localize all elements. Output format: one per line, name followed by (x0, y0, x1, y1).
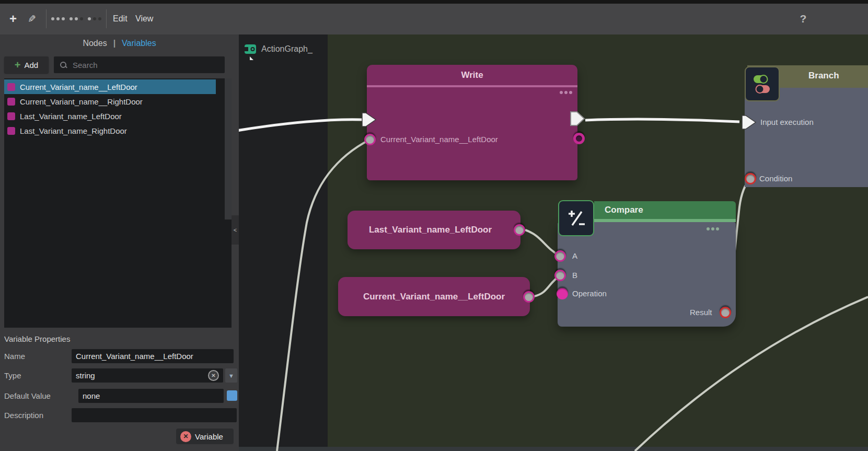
branch-condition-label: Condition (759, 173, 792, 184)
variable-chip[interactable]: ✕ Variable (176, 429, 234, 444)
branch-node-title: Branch (808, 71, 839, 81)
search-box (54, 56, 225, 73)
default-value-color-button[interactable] (227, 390, 237, 401)
compare-node-title: Compare (605, 205, 643, 215)
compare-a-port[interactable] (554, 250, 566, 262)
pill-label: Last_Variant_name_LeftDoor (369, 225, 492, 235)
toolbar: + ✎ Edit View ? (0, 0, 868, 34)
default-value-input[interactable] (78, 389, 224, 403)
exec-in-port[interactable] (361, 111, 377, 128)
pill-label: Current_Variant_name__LeftDoor (363, 292, 505, 302)
default-value-label: Default Value (4, 391, 51, 400)
type-clear-button[interactable]: ✕ (208, 370, 219, 381)
toolbar-separator (46, 9, 47, 28)
variable-row[interactable]: Last_Variant_name_LeftDoor (4, 109, 232, 123)
compare-result-label: Result (690, 307, 712, 318)
tab-variables[interactable]: Variables (122, 39, 156, 48)
wire-exec-into-write (239, 120, 363, 132)
description-input[interactable] (72, 408, 237, 422)
name-input[interactable] (72, 349, 234, 363)
variable-pill-current[interactable]: Current_Variant_name__LeftDoor (338, 277, 530, 316)
branch-input-exec-label: Input execution (760, 117, 814, 128)
pill-output-port[interactable] (523, 291, 535, 303)
variable-name: Current_Variant_name__RightDoor (20, 97, 143, 106)
branch-condition-port[interactable] (745, 173, 756, 184)
variable-name: Current_Variant_name__LeftDoor (20, 83, 137, 91)
close-icon: ✕ (211, 373, 215, 378)
remove-icon[interactable]: ✕ (180, 431, 191, 442)
variable-type-swatch (7, 112, 15, 120)
plus-icon: + (15, 60, 21, 70)
tab-nodes[interactable]: Nodes (83, 39, 107, 48)
graph-canvas[interactable]: ActionGraph_ Write Current_Variant_name_… (239, 34, 868, 451)
type-dropdown-button[interactable]: ▼ (225, 368, 237, 383)
branch-icon (745, 66, 780, 101)
toolbar-separator (106, 9, 107, 28)
name-label: Name (4, 352, 25, 361)
variable-name: Last_Variant_name_RightDoor (20, 126, 127, 135)
compare-a-label: A (572, 250, 577, 262)
node-options-dots[interactable] (560, 91, 572, 94)
compare-operation-port[interactable] (557, 288, 568, 299)
exec-out-port[interactable] (569, 110, 586, 127)
tab-separator: | (113, 39, 115, 48)
compare-node[interactable]: Compare A B Operation Result (558, 200, 736, 327)
window-top-edge (0, 0, 868, 4)
menu-edit[interactable]: Edit (110, 7, 131, 30)
write-node-title: Write (367, 70, 577, 80)
variable-list: Current_Variant_name__LeftDoor Current_V… (4, 78, 232, 328)
node-options-dots[interactable] (707, 227, 719, 230)
type-label: Type (4, 371, 21, 380)
layout-dots-button-3[interactable] (87, 7, 102, 30)
panel-collapse-handle[interactable]: < (232, 215, 239, 245)
compare-b-label: B (572, 270, 577, 281)
branch-node[interactable]: Branch Input execution Condition (745, 65, 868, 187)
variable-type-swatch (7, 127, 15, 135)
app-window: + ✎ Edit View ? Nodes | Variables + Add … (0, 0, 868, 451)
variable-row[interactable]: Current_Variant_name__LeftDoor (4, 79, 216, 94)
layout-dots-button-2[interactable] (68, 7, 84, 30)
variable-type-swatch (7, 83, 15, 91)
wire-exec-write-to-branch (585, 119, 739, 122)
panel-tabs: Nodes | Variables (0, 39, 239, 48)
write-input-label: Current_Variant_name__LeftDoor (380, 134, 498, 145)
search-input[interactable] (72, 60, 225, 70)
pill-output-port[interactable] (514, 224, 525, 236)
add-variable-button[interactable]: + Add (4, 56, 49, 73)
wire-pill-last-to-a (525, 230, 560, 256)
variable-name: Last_Variant_name_LeftDoor (20, 112, 122, 121)
edit-pencil-icon[interactable]: ✎ (24, 7, 40, 30)
variable-pill-last[interactable]: Last_Variant_name_LeftDoor (348, 211, 520, 249)
compare-node-header: Compare (594, 201, 736, 222)
chevron-down-icon: ▼ (228, 373, 234, 379)
variable-row[interactable]: Last_Variant_name_RightDoor (4, 123, 232, 138)
variable-type-swatch (7, 98, 15, 106)
branch-node-body (745, 88, 868, 187)
layout-dots-button-1[interactable] (50, 7, 66, 30)
description-label: Description (4, 411, 43, 420)
compare-icon (558, 200, 594, 236)
add-node-button[interactable]: + (5, 7, 21, 30)
chevron-left-icon: < (234, 227, 237, 233)
write-node[interactable]: Write Current_Variant_name__LeftDoor (367, 65, 577, 180)
search-icon (60, 62, 66, 68)
left-panel: Nodes | Variables + Add Current_Variant_… (0, 34, 239, 451)
compare-result-port[interactable] (720, 307, 731, 318)
variable-row[interactable]: Current_Variant_name__RightDoor (4, 94, 232, 109)
compare-b-port[interactable] (554, 270, 566, 281)
help-button[interactable]: ? (795, 7, 811, 30)
write-output-port[interactable] (573, 133, 585, 144)
list-scrollbar[interactable] (225, 78, 232, 219)
write-node-divider (367, 85, 577, 87)
exec-in-port[interactable] (740, 114, 757, 131)
write-input-port[interactable] (364, 134, 376, 145)
compare-operation-label: Operation (572, 288, 607, 299)
menu-view[interactable]: View (132, 7, 156, 30)
type-input[interactable] (72, 368, 223, 383)
properties-title: Variable Properties (4, 334, 70, 343)
